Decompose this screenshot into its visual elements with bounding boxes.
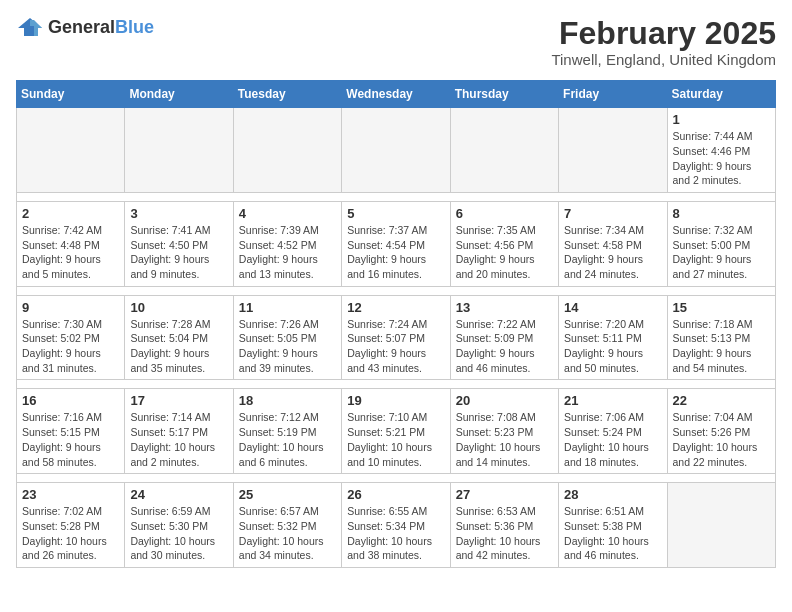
calendar-cell: 6Sunrise: 7:35 AM Sunset: 4:56 PM Daylig… xyxy=(450,201,558,286)
main-title: February 2025 xyxy=(551,16,776,51)
calendar-cell: 16Sunrise: 7:16 AM Sunset: 5:15 PM Dayli… xyxy=(17,389,125,474)
day-info: Sunrise: 7:08 AM Sunset: 5:23 PM Dayligh… xyxy=(456,410,553,469)
day-info: Sunrise: 6:57 AM Sunset: 5:32 PM Dayligh… xyxy=(239,504,336,563)
calendar-cell: 8Sunrise: 7:32 AM Sunset: 5:00 PM Daylig… xyxy=(667,201,775,286)
day-info: Sunrise: 6:51 AM Sunset: 5:38 PM Dayligh… xyxy=(564,504,661,563)
calendar-cell: 24Sunrise: 6:59 AM Sunset: 5:30 PM Dayli… xyxy=(125,483,233,568)
day-number: 9 xyxy=(22,300,119,315)
calendar-week-row: 2Sunrise: 7:42 AM Sunset: 4:48 PM Daylig… xyxy=(17,201,776,286)
day-number: 15 xyxy=(673,300,770,315)
day-number: 17 xyxy=(130,393,227,408)
calendar-cell: 17Sunrise: 7:14 AM Sunset: 5:17 PM Dayli… xyxy=(125,389,233,474)
day-info: Sunrise: 7:35 AM Sunset: 4:56 PM Dayligh… xyxy=(456,223,553,282)
day-info: Sunrise: 6:55 AM Sunset: 5:34 PM Dayligh… xyxy=(347,504,444,563)
logo: General Blue xyxy=(16,16,154,38)
calendar-cell xyxy=(559,108,667,193)
calendar-cell: 1Sunrise: 7:44 AM Sunset: 4:46 PM Daylig… xyxy=(667,108,775,193)
calendar-cell: 3Sunrise: 7:41 AM Sunset: 4:50 PM Daylig… xyxy=(125,201,233,286)
weekday-header: Thursday xyxy=(450,81,558,108)
day-number: 6 xyxy=(456,206,553,221)
calendar-cell xyxy=(17,108,125,193)
calendar-cell: 14Sunrise: 7:20 AM Sunset: 5:11 PM Dayli… xyxy=(559,295,667,380)
calendar-cell: 7Sunrise: 7:34 AM Sunset: 4:58 PM Daylig… xyxy=(559,201,667,286)
calendar-cell xyxy=(125,108,233,193)
calendar-cell: 4Sunrise: 7:39 AM Sunset: 4:52 PM Daylig… xyxy=(233,201,341,286)
day-number: 10 xyxy=(130,300,227,315)
day-info: Sunrise: 7:39 AM Sunset: 4:52 PM Dayligh… xyxy=(239,223,336,282)
day-info: Sunrise: 6:53 AM Sunset: 5:36 PM Dayligh… xyxy=(456,504,553,563)
day-number: 11 xyxy=(239,300,336,315)
logo-text: General Blue xyxy=(48,17,154,38)
day-info: Sunrise: 7:04 AM Sunset: 5:26 PM Dayligh… xyxy=(673,410,770,469)
calendar-cell: 12Sunrise: 7:24 AM Sunset: 5:07 PM Dayli… xyxy=(342,295,450,380)
calendar-cell: 22Sunrise: 7:04 AM Sunset: 5:26 PM Dayli… xyxy=(667,389,775,474)
week-spacer xyxy=(17,286,776,295)
calendar-cell: 21Sunrise: 7:06 AM Sunset: 5:24 PM Dayli… xyxy=(559,389,667,474)
day-info: Sunrise: 7:44 AM Sunset: 4:46 PM Dayligh… xyxy=(673,129,770,188)
calendar-cell: 13Sunrise: 7:22 AM Sunset: 5:09 PM Dayli… xyxy=(450,295,558,380)
day-info: Sunrise: 7:28 AM Sunset: 5:04 PM Dayligh… xyxy=(130,317,227,376)
day-number: 20 xyxy=(456,393,553,408)
day-info: Sunrise: 7:41 AM Sunset: 4:50 PM Dayligh… xyxy=(130,223,227,282)
calendar-cell: 2Sunrise: 7:42 AM Sunset: 4:48 PM Daylig… xyxy=(17,201,125,286)
day-number: 2 xyxy=(22,206,119,221)
calendar-cell xyxy=(450,108,558,193)
calendar-week-row: 16Sunrise: 7:16 AM Sunset: 5:15 PM Dayli… xyxy=(17,389,776,474)
calendar: SundayMondayTuesdayWednesdayThursdayFrid… xyxy=(16,80,776,568)
calendar-cell xyxy=(342,108,450,193)
day-number: 18 xyxy=(239,393,336,408)
calendar-cell: 23Sunrise: 7:02 AM Sunset: 5:28 PM Dayli… xyxy=(17,483,125,568)
weekday-header: Monday xyxy=(125,81,233,108)
day-number: 19 xyxy=(347,393,444,408)
day-info: Sunrise: 7:20 AM Sunset: 5:11 PM Dayligh… xyxy=(564,317,661,376)
day-number: 13 xyxy=(456,300,553,315)
calendar-cell: 15Sunrise: 7:18 AM Sunset: 5:13 PM Dayli… xyxy=(667,295,775,380)
calendar-cell: 26Sunrise: 6:55 AM Sunset: 5:34 PM Dayli… xyxy=(342,483,450,568)
calendar-cell: 9Sunrise: 7:30 AM Sunset: 5:02 PM Daylig… xyxy=(17,295,125,380)
week-spacer xyxy=(17,474,776,483)
calendar-cell: 19Sunrise: 7:10 AM Sunset: 5:21 PM Dayli… xyxy=(342,389,450,474)
calendar-cell: 10Sunrise: 7:28 AM Sunset: 5:04 PM Dayli… xyxy=(125,295,233,380)
day-number: 4 xyxy=(239,206,336,221)
weekday-header: Saturday xyxy=(667,81,775,108)
day-info: Sunrise: 7:12 AM Sunset: 5:19 PM Dayligh… xyxy=(239,410,336,469)
day-number: 21 xyxy=(564,393,661,408)
day-number: 1 xyxy=(673,112,770,127)
logo-blue: Blue xyxy=(115,17,154,38)
calendar-cell: 20Sunrise: 7:08 AM Sunset: 5:23 PM Dayli… xyxy=(450,389,558,474)
day-info: Sunrise: 7:42 AM Sunset: 4:48 PM Dayligh… xyxy=(22,223,119,282)
day-info: Sunrise: 7:14 AM Sunset: 5:17 PM Dayligh… xyxy=(130,410,227,469)
header: General Blue February 2025 Tinwell, Engl… xyxy=(16,16,776,68)
calendar-cell: 18Sunrise: 7:12 AM Sunset: 5:19 PM Dayli… xyxy=(233,389,341,474)
day-info: Sunrise: 6:59 AM Sunset: 5:30 PM Dayligh… xyxy=(130,504,227,563)
day-info: Sunrise: 7:37 AM Sunset: 4:54 PM Dayligh… xyxy=(347,223,444,282)
day-number: 3 xyxy=(130,206,227,221)
logo-general: General xyxy=(48,17,115,38)
calendar-week-row: 9Sunrise: 7:30 AM Sunset: 5:02 PM Daylig… xyxy=(17,295,776,380)
day-number: 7 xyxy=(564,206,661,221)
calendar-cell: 27Sunrise: 6:53 AM Sunset: 5:36 PM Dayli… xyxy=(450,483,558,568)
day-info: Sunrise: 7:32 AM Sunset: 5:00 PM Dayligh… xyxy=(673,223,770,282)
weekday-header: Tuesday xyxy=(233,81,341,108)
day-number: 27 xyxy=(456,487,553,502)
calendar-cell xyxy=(233,108,341,193)
day-info: Sunrise: 7:22 AM Sunset: 5:09 PM Dayligh… xyxy=(456,317,553,376)
title-area: February 2025 Tinwell, England, United K… xyxy=(551,16,776,68)
calendar-week-row: 23Sunrise: 7:02 AM Sunset: 5:28 PM Dayli… xyxy=(17,483,776,568)
day-number: 12 xyxy=(347,300,444,315)
day-info: Sunrise: 7:18 AM Sunset: 5:13 PM Dayligh… xyxy=(673,317,770,376)
day-info: Sunrise: 7:06 AM Sunset: 5:24 PM Dayligh… xyxy=(564,410,661,469)
day-number: 16 xyxy=(22,393,119,408)
subtitle: Tinwell, England, United Kingdom xyxy=(551,51,776,68)
calendar-cell xyxy=(667,483,775,568)
day-number: 24 xyxy=(130,487,227,502)
day-info: Sunrise: 7:26 AM Sunset: 5:05 PM Dayligh… xyxy=(239,317,336,376)
calendar-cell: 11Sunrise: 7:26 AM Sunset: 5:05 PM Dayli… xyxy=(233,295,341,380)
calendar-cell: 25Sunrise: 6:57 AM Sunset: 5:32 PM Dayli… xyxy=(233,483,341,568)
day-info: Sunrise: 7:24 AM Sunset: 5:07 PM Dayligh… xyxy=(347,317,444,376)
day-number: 26 xyxy=(347,487,444,502)
day-number: 5 xyxy=(347,206,444,221)
calendar-cell: 28Sunrise: 6:51 AM Sunset: 5:38 PM Dayli… xyxy=(559,483,667,568)
weekday-header: Wednesday xyxy=(342,81,450,108)
day-number: 8 xyxy=(673,206,770,221)
